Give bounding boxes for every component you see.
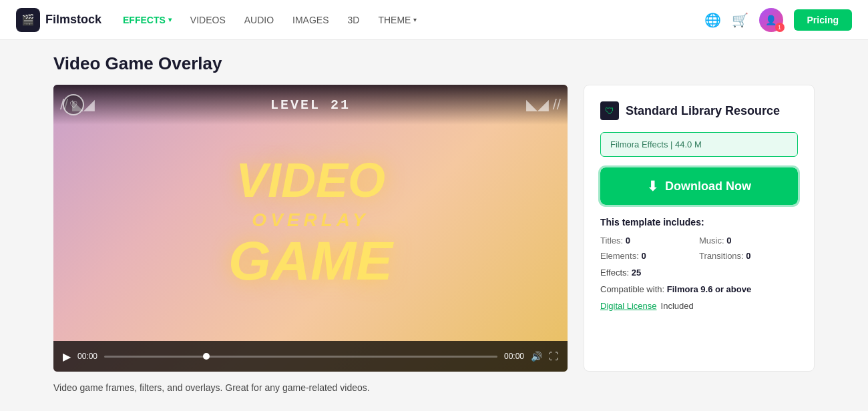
- transitions-value: 0: [746, 251, 750, 261]
- time-start: 00:00: [77, 352, 97, 361]
- chevron-down-icon: ▾: [413, 16, 417, 23]
- download-label: Download Now: [665, 179, 751, 193]
- titles-value: 0: [626, 236, 630, 246]
- content-row: // ◣◢ LEVEL 21 ◣◢ // ♡ VIDEO OVERLAY GAM…: [53, 85, 815, 372]
- elements-meta: Elements: 0: [600, 251, 699, 261]
- digital-license-link[interactable]: Digital License: [600, 301, 657, 311]
- music-meta: Music: 0: [699, 236, 798, 246]
- progress-bar[interactable]: [104, 356, 497, 358]
- logo-area: 🎬 Filmstock: [16, 8, 101, 32]
- sidebar-panel: 🛡 Standard Library Resource Filmora Effe…: [584, 85, 815, 372]
- level-decorations: // ◣◢ LEVEL 21 ◣◢ //: [53, 85, 568, 125]
- nav-audio[interactable]: AUDIO: [244, 15, 274, 25]
- video-title-overlay: VIDEO OVERLAY GAME: [228, 154, 393, 288]
- shield-icon: 🛡: [600, 101, 619, 120]
- time-end: 00:00: [504, 352, 524, 361]
- page-title: Video Game Overlay: [53, 53, 815, 74]
- titles-meta: Titles: 0: [600, 236, 699, 246]
- fullscreen-button[interactable]: ⛶: [549, 351, 558, 362]
- header-actions: 🌐 🛒 👤 1 Pricing: [704, 8, 852, 32]
- download-button[interactable]: ⬇ Download Now: [600, 167, 798, 205]
- main-content: Video Game Overlay // ◣◢ LEVEL 21 ◣◢ // …: [0, 40, 868, 406]
- level-text: LEVEL 21: [270, 97, 351, 113]
- music-value: 0: [726, 236, 731, 246]
- pricing-button[interactable]: Pricing: [794, 9, 852, 31]
- license-included-text: Included: [661, 301, 694, 311]
- chevron-down-icon: ▾: [168, 16, 172, 23]
- corner-deco-right: ◣◢ //: [526, 96, 561, 113]
- effects-row: Effects: 25: [600, 268, 798, 278]
- globe-icon-button[interactable]: 🌐: [704, 12, 721, 28]
- template-includes-label: This template includes:: [600, 217, 798, 228]
- library-header: 🛡 Standard Library Resource: [600, 101, 798, 120]
- main-nav: EFFECTS ▾ VIDEOS AUDIO IMAGES 3D THEME ▾: [123, 15, 683, 25]
- digital-license-row: Digital License Included: [600, 301, 798, 311]
- effects-value: 25: [632, 268, 641, 278]
- header: 🎬 Filmstock EFFECTS ▾ VIDEOS AUDIO IMAGE…: [0, 0, 868, 40]
- volume-button[interactable]: 🔊: [531, 351, 542, 362]
- cart-icon-button[interactable]: 🛒: [732, 12, 748, 28]
- logo-icon: 🎬: [16, 8, 40, 32]
- video-controls: ▶ 00:00 00:00 🔊 ⛶: [53, 341, 568, 372]
- download-icon: ⬇: [647, 178, 658, 194]
- video-top-overlay: // ◣◢ LEVEL 21 ◣◢ //: [53, 85, 568, 125]
- play-button[interactable]: ▶: [63, 350, 71, 363]
- video-overlay-subtitle: OVERLAY: [228, 210, 393, 232]
- compatible-value: Filmora 9.6 or above: [667, 284, 751, 294]
- meta-grid: Titles: 0 Music: 0 Elements: 0 Transitio…: [600, 236, 798, 261]
- nav-images[interactable]: IMAGES: [292, 15, 329, 25]
- library-title: Standard Library Resource: [626, 104, 780, 118]
- video-overlay-title: VIDEO: [228, 154, 393, 207]
- nav-theme[interactable]: THEME ▾: [378, 15, 417, 25]
- transitions-meta: Transitions: 0: [699, 251, 798, 261]
- avatar[interactable]: 👤 1: [759, 8, 783, 32]
- favorite-button[interactable]: ♡: [63, 94, 84, 115]
- elements-value: 0: [641, 251, 646, 261]
- compatible-row: Compatible with: Filmora 9.6 or above: [600, 284, 798, 294]
- nav-effects[interactable]: EFFECTS ▾: [123, 15, 172, 25]
- nav-videos[interactable]: VIDEOS: [190, 15, 226, 25]
- notification-badge: 1: [775, 23, 785, 32]
- file-tag: Filmora Effects | 44.0 M: [600, 132, 798, 157]
- logo-text: Filmstock: [45, 13, 101, 27]
- video-overlay-game: GAME: [228, 234, 393, 289]
- progress-indicator: [203, 353, 210, 360]
- video-player: // ◣◢ LEVEL 21 ◣◢ // ♡ VIDEO OVERLAY GAM…: [53, 85, 568, 372]
- description-text: Video game frames, filters, and overlays…: [53, 382, 815, 393]
- nav-3d[interactable]: 3D: [348, 15, 360, 25]
